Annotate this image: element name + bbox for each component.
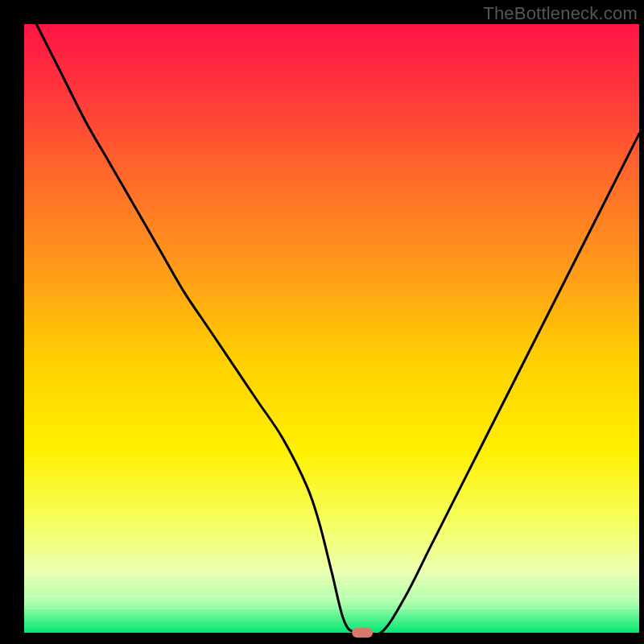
chart-svg [0,0,644,644]
optimum-marker [352,628,373,638]
plot-background [24,24,639,633]
watermark: TheBottleneck.com [483,3,638,24]
bottleneck-chart: TheBottleneck.com [0,0,644,644]
